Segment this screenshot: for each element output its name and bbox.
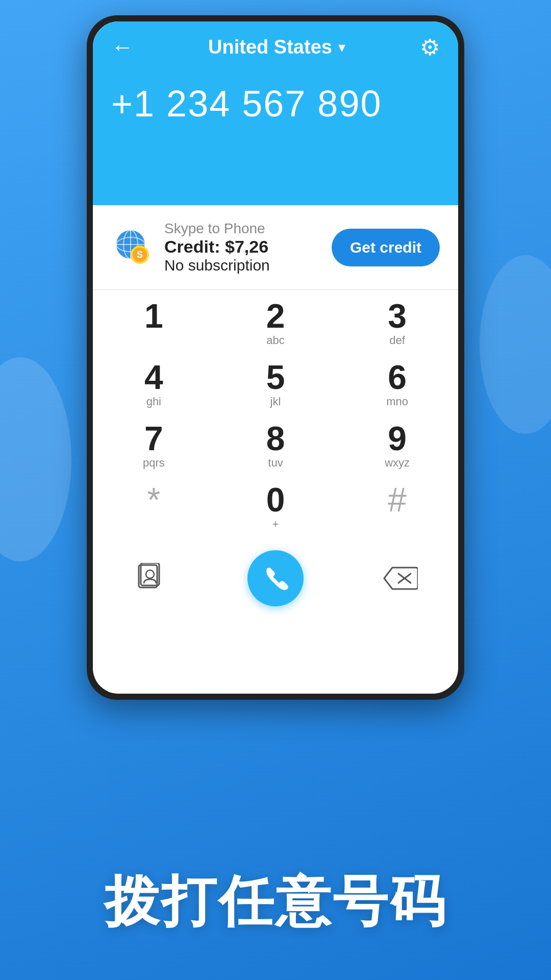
dialpad-row-1: 1 2 abc 3 def	[93, 295, 458, 351]
nav-home-button[interactable]	[234, 653, 317, 673]
globe-icon: S	[111, 227, 152, 268]
back-button[interactable]: ←	[111, 34, 134, 60]
dialpad-row-4: * 0 + #	[93, 479, 458, 535]
dial-digit-7: 7	[144, 422, 163, 455]
dial-key-3[interactable]: 3 def	[346, 295, 448, 351]
dial-key-5[interactable]: 5 jkl	[224, 356, 327, 412]
dial-letters-9: wxyz	[385, 456, 410, 470]
dial-digit-6: 6	[388, 360, 407, 394]
dial-digit-4: 4	[144, 360, 163, 394]
country-name-label: United States	[208, 36, 332, 58]
delete-button[interactable]	[380, 558, 420, 599]
dial-digit-9: 9	[388, 422, 407, 455]
subscription-text: No subscription	[164, 257, 270, 274]
wave-decoration-left	[0, 357, 71, 561]
dial-key-0[interactable]: 0 +	[224, 479, 327, 535]
svg-rect-15	[158, 662, 166, 668]
svg-rect-13	[158, 652, 166, 659]
dial-digit-0: 0	[266, 483, 285, 517]
get-credit-button[interactable]: Get credit	[332, 229, 440, 266]
phone-frame: ← United States ▾ ⚙ +1 234 567 890	[87, 15, 464, 700]
dial-letters-0: +	[272, 518, 279, 531]
dial-digit-5: 5	[266, 360, 285, 394]
dialpad-row-2: 4 ghi 5 jkl 6 mno	[93, 356, 458, 412]
svg-point-10	[146, 570, 154, 578]
svg-text:S: S	[137, 250, 143, 260]
dial-digit-hash: #	[388, 483, 407, 517]
nav-back-button[interactable]	[364, 646, 405, 679]
dial-key-8[interactable]: 8 tuv	[224, 418, 327, 474]
dial-digit-1: 1	[144, 299, 163, 333]
dial-digit-star: *	[147, 483, 160, 517]
chevron-down-icon: ▾	[338, 39, 345, 56]
dial-digit-8: 8	[266, 422, 285, 455]
nav-recent-button[interactable]	[146, 646, 187, 679]
dial-key-7[interactable]: 7 pqrs	[103, 418, 205, 474]
phone-nav-bar	[93, 632, 458, 694]
phone-number-display: +1 234 567 890	[111, 83, 440, 125]
phone-number-area: +1 234 567 890	[93, 72, 458, 205]
chinese-tagline: 拨打任意号码	[0, 865, 551, 939]
dialpad: 1 2 abc 3 def 4 ghi	[93, 290, 458, 632]
credit-section: S Skype to Phone Credit: $7,26 No subscr…	[93, 205, 458, 290]
dial-letters-8: tuv	[268, 456, 283, 470]
dial-key-1[interactable]: 1	[103, 295, 205, 351]
country-selector[interactable]: United States ▾	[208, 36, 345, 58]
dial-letters-6: mno	[386, 395, 408, 408]
dial-letters-7: pqrs	[143, 456, 165, 470]
dial-key-hash[interactable]: #	[346, 479, 448, 535]
dial-key-star[interactable]: *	[103, 479, 205, 535]
contacts-button[interactable]	[131, 558, 171, 599]
top-bar: ← United States ▾ ⚙	[93, 21, 458, 72]
app-background: ← United States ▾ ⚙ +1 234 567 890	[0, 0, 551, 980]
skype-to-phone-label: Skype to Phone	[164, 220, 270, 237]
wave-decoration-right	[480, 255, 551, 434]
svg-rect-16	[168, 662, 176, 668]
dial-letters-4: ghi	[146, 395, 161, 408]
dial-key-2[interactable]: 2 abc	[224, 295, 327, 351]
dial-key-6[interactable]: 6 mno	[346, 356, 448, 412]
dial-digit-3: 3	[388, 299, 407, 333]
credit-left: S Skype to Phone Credit: $7,26 No subscr…	[111, 220, 270, 274]
footer-text-area: 拨打任意号码	[0, 865, 551, 939]
credit-amount: Credit: $7,26	[164, 237, 270, 257]
phone-screen: ← United States ▾ ⚙ +1 234 567 890	[93, 21, 458, 694]
dial-digit-2: 2	[266, 299, 285, 333]
svg-rect-14	[168, 652, 176, 659]
call-button[interactable]	[247, 550, 304, 606]
dial-letters-2: abc	[266, 334, 284, 347]
action-row	[93, 540, 458, 622]
dial-letters-5: jkl	[270, 395, 281, 408]
dial-key-4[interactable]: 4 ghi	[103, 356, 205, 412]
credit-info: Skype to Phone Credit: $7,26 No subscrip…	[164, 220, 270, 274]
dial-key-9[interactable]: 9 wxyz	[346, 418, 448, 474]
settings-button[interactable]: ⚙	[420, 34, 440, 60]
dialpad-row-3: 7 pqrs 8 tuv 9 wxyz	[93, 418, 458, 474]
dial-letters-3: def	[389, 334, 405, 347]
